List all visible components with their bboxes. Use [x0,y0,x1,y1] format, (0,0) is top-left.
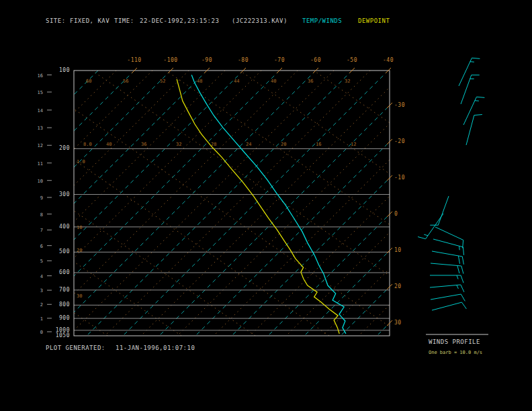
right-temp-label: 0 [394,211,398,218]
wind-barb [418,214,443,239]
adiabat-value-label: 28 [211,141,216,148]
height-km-label: 12 [32,142,43,149]
pressure-tick-label: 600 [50,269,70,276]
wind-barb [463,97,484,125]
plot-generated-value: 11-JAN-1996,01:07:10 [116,345,195,351]
height-km-label: 3 [32,287,43,294]
adiabat-value-label: 20 [77,247,82,254]
right-temp-label: -10 [394,175,405,181]
pressure-tick-label: 1050 [50,332,70,339]
right-temp-label: 30 [394,320,402,326]
adiabat-value-label: 36 [308,78,313,85]
adiabat-value-label: 24 [246,141,251,148]
height-km-label: 5 [32,258,43,265]
pressure-tick-label: 200 [50,145,70,152]
right-temp-label: -20 [394,138,405,145]
wind-barb [435,227,463,248]
height-km-label: 6 [32,243,43,250]
height-km-label: 4 [32,273,43,280]
right-temp-label: 20 [394,283,402,290]
adiabat-value-label: 52 [160,78,165,85]
wind-barb [433,239,463,255]
pressure-tick-label: 500 [50,248,70,255]
adiabat-value-label: 10 [77,224,82,231]
wind-barb [431,263,463,274]
height-km-label: 14 [32,107,43,114]
wind-barb [432,251,463,265]
right-temp-label: -30 [394,102,405,109]
wind-barb [432,302,466,310]
height-km-label: 9 [32,195,43,201]
adiabat-value-label: 48 [197,78,202,85]
adiabat-value-label: 40 [271,78,276,85]
adiabat-value-label: 12 [351,141,356,148]
pressure-tick-label: 800 [50,302,70,308]
wind-barb [466,115,482,145]
barb-scale-note: One barb = 10.0 m/s [429,349,482,356]
winds-profile-title: WINDS PROFILE [429,338,480,345]
plot-generated-label: PLOT GENERATED: [46,345,105,351]
wind-barb [459,58,480,86]
adiabat-value-label: 1.0 [77,158,85,165]
adiabat-value-label: 16 [316,141,321,148]
height-km-label: 15 [32,89,43,96]
pressure-tick-label: 900 [50,315,70,322]
height-km-label: 11 [32,161,43,167]
top-temp-label: -110 [123,57,146,64]
skewt-app-window: SITE: FIXED, KAV TIME: 22-DEC-1992,23:15… [0,0,532,411]
adiabat-value-label: 56 [123,78,128,85]
wind-barb [430,196,449,225]
adiabat-value-label: 8.0 [83,141,92,148]
wind-barb [430,275,463,283]
pressure-tick-label: 300 [50,191,70,198]
adiabat-value-label: 32 [176,141,181,148]
height-km-label: 7 [32,227,43,234]
height-km-label: 16 [32,73,43,79]
top-temp-label: -50 [341,57,363,64]
adiabat-value-label: 20 [281,141,286,148]
height-km-label: 2 [32,302,43,308]
adiabat-value-label: 32 [345,78,350,85]
wind-barb [430,285,464,292]
height-km-label: 10 [32,178,43,185]
pressure-tick-label: 700 [50,287,70,293]
adiabat-value-label: 40 [106,141,112,148]
right-temp-label: 10 [394,247,402,254]
wind-barb [431,294,465,301]
top-temp-label: -60 [304,57,327,64]
height-km-label: 0 [32,329,43,336]
top-temp-label: -100 [159,57,182,64]
height-km-label: 1 [32,316,43,322]
pressure-tick-label: 400 [50,224,70,230]
top-temp-label: -80 [232,57,255,64]
height-km-label: 8 [32,212,43,218]
top-temp-label: -90 [195,57,218,64]
adiabat-value-label: 60 [86,78,91,85]
wind-barb [461,75,480,104]
height-km-label: 13 [32,125,43,132]
pressure-tick-label: 100 [50,67,70,74]
adiabat-value-label: 36 [141,141,146,148]
adiabat-value-label: 30 [77,293,82,300]
top-temp-label: -70 [268,57,291,64]
top-temp-label: -40 [377,57,400,64]
adiabat-value-label: 44 [234,78,239,85]
